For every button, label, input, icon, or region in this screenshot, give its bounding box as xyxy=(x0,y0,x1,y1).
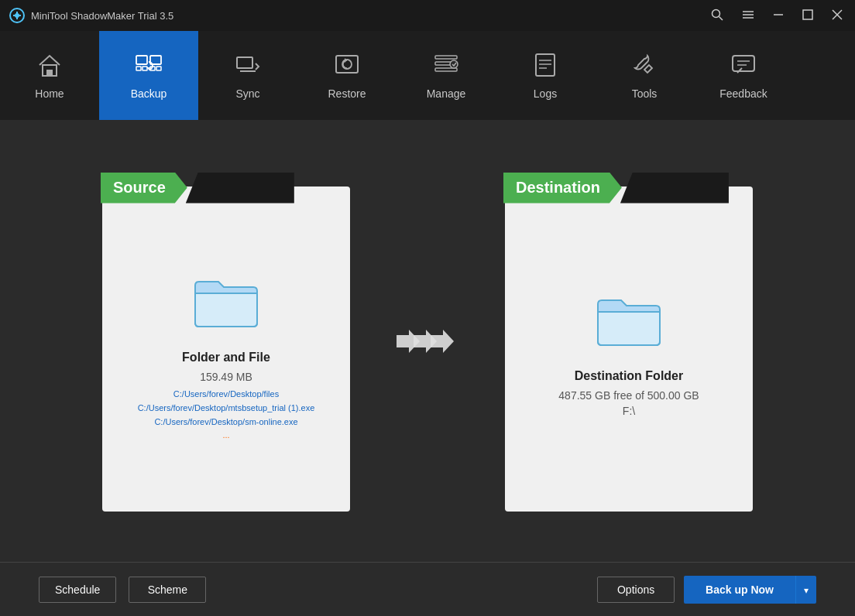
search-icon xyxy=(711,9,723,21)
nav-tools[interactable]: Tools xyxy=(595,31,694,120)
source-path-2: C:/Users/forev/Desktop/mtsbsetup_trial (… xyxy=(138,402,315,416)
titlebar: MiniTool ShadowMaker Trial 3.5 xyxy=(0,0,855,31)
maximize-icon xyxy=(802,9,813,20)
tools-icon xyxy=(630,51,658,83)
footer-left: Schedule Scheme xyxy=(39,577,206,603)
minimize-button[interactable] xyxy=(770,7,787,25)
source-size: 159.49 MB xyxy=(200,371,252,383)
manage-icon xyxy=(432,51,460,83)
source-folder-icon xyxy=(191,270,261,335)
nav-home-label: Home xyxy=(35,87,64,100)
svg-point-2 xyxy=(712,9,720,17)
options-button[interactable]: Options xyxy=(597,577,675,603)
arrow-icon xyxy=(397,322,458,361)
nav-tools-label: Tools xyxy=(632,87,658,100)
nav-manage-label: Manage xyxy=(427,87,466,100)
nav-home[interactable]: Home xyxy=(0,31,99,120)
hamburger-icon xyxy=(742,9,754,21)
app-logo xyxy=(9,8,25,23)
destination-header-tab xyxy=(620,173,729,204)
logs-icon xyxy=(531,51,559,83)
titlebar-controls xyxy=(708,7,846,25)
source-paths: C:/Users/forev/Desktop/files C:/Users/fo… xyxy=(138,388,315,442)
source-header-tab xyxy=(186,173,294,204)
sync-icon xyxy=(234,51,262,83)
svg-rect-18 xyxy=(156,67,161,70)
svg-rect-30 xyxy=(733,56,754,71)
nav-logs-label: Logs xyxy=(534,87,557,100)
nav-backup[interactable]: Backup xyxy=(99,31,198,120)
nav-logs[interactable]: Logs xyxy=(496,31,595,120)
menu-button[interactable] xyxy=(739,7,757,25)
close-icon xyxy=(832,9,843,20)
destination-folder-icon xyxy=(594,289,664,354)
nav-sync[interactable]: Sync xyxy=(198,31,297,120)
schedule-button[interactable]: Schedule xyxy=(39,577,116,603)
main-content: Source Folder and File 159.49 MB C:/User… xyxy=(0,120,855,562)
footer-right: Options Back up Now ▾ xyxy=(597,576,816,604)
app-title: MiniTool ShadowMaker Trial 3.5 xyxy=(31,10,173,22)
scheme-button[interactable]: Scheme xyxy=(129,577,206,603)
nav-restore-label: Restore xyxy=(328,87,366,100)
source-more: ... xyxy=(138,429,315,443)
svg-rect-26 xyxy=(536,54,555,76)
svg-rect-13 xyxy=(136,56,147,64)
source-title: Folder and File xyxy=(182,351,270,364)
svg-line-3 xyxy=(719,16,723,20)
dropdown-arrow-icon: ▾ xyxy=(804,585,809,596)
search-button[interactable] xyxy=(708,7,726,25)
destination-drive: F:\ xyxy=(623,405,635,417)
svg-rect-20 xyxy=(336,56,358,73)
svg-rect-12 xyxy=(46,70,53,76)
source-path-1: C:/Users/forev/Desktop/files xyxy=(138,388,315,402)
source-header-label: Source xyxy=(101,173,187,204)
close-button[interactable] xyxy=(829,7,846,25)
destination-header-label: Destination xyxy=(503,173,622,204)
arrow-container xyxy=(397,322,458,361)
destination-card[interactable]: Destination Destination Folder 487.55 GB… xyxy=(505,187,753,512)
svg-rect-14 xyxy=(136,67,141,70)
titlebar-left: MiniTool ShadowMaker Trial 3.5 xyxy=(9,8,173,23)
navbar: Home Backup Sync xyxy=(0,31,855,120)
svg-rect-15 xyxy=(142,67,147,70)
feedback-icon xyxy=(730,51,757,83)
nav-sync-label: Sync xyxy=(235,87,259,100)
destination-header: Destination xyxy=(503,173,729,204)
nav-backup-label: Backup xyxy=(131,87,167,100)
destination-title: Destination Folder xyxy=(575,369,683,383)
svg-point-25 xyxy=(450,60,458,68)
nav-manage[interactable]: Manage xyxy=(397,31,496,120)
minimize-icon xyxy=(773,9,784,20)
maximize-button[interactable] xyxy=(799,7,816,25)
restore-icon xyxy=(333,51,361,83)
destination-free: 487.55 GB free of 500.00 GB xyxy=(558,389,699,402)
nav-feedback-label: Feedback xyxy=(719,87,767,100)
svg-rect-8 xyxy=(803,10,812,19)
source-card[interactable]: Source Folder and File 159.49 MB C:/User… xyxy=(102,187,350,512)
nav-restore[interactable]: Restore xyxy=(297,31,397,120)
home-icon xyxy=(36,51,64,83)
nav-feedback[interactable]: Feedback xyxy=(694,31,793,120)
backup-icon xyxy=(135,51,163,83)
svg-rect-22 xyxy=(435,56,457,59)
source-path-3: C:/Users/forev/Desktop/sm-online.exe xyxy=(138,416,315,429)
backup-now-button[interactable]: Back up Now xyxy=(684,576,795,604)
svg-point-21 xyxy=(342,60,352,69)
svg-rect-19 xyxy=(237,57,252,68)
source-header: Source xyxy=(101,173,294,204)
svg-point-1 xyxy=(15,13,19,18)
footer: Schedule Scheme Options Back up Now ▾ xyxy=(0,562,855,616)
backup-dropdown-button[interactable]: ▾ xyxy=(795,576,816,604)
